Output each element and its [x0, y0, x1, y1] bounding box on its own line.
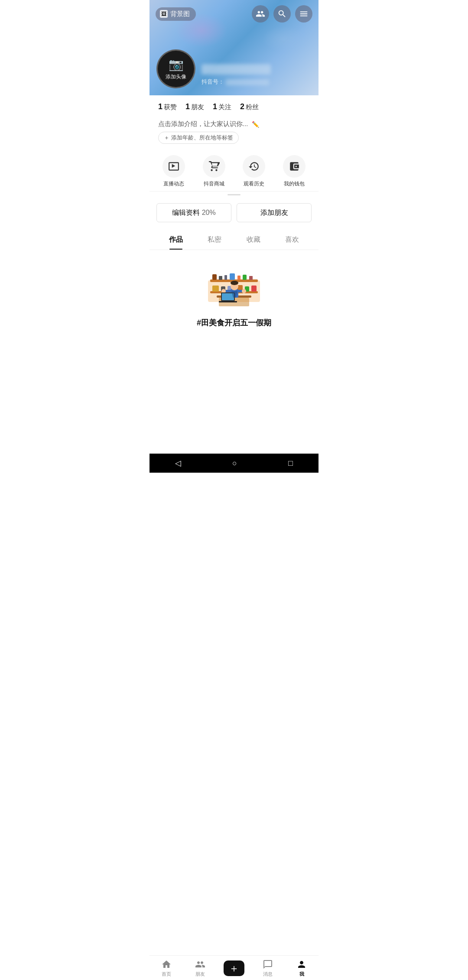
wallet-icon: [283, 155, 306, 178]
shop-icon: [203, 155, 225, 178]
edit-label: 编辑资料: [172, 208, 200, 217]
scroll-indicator: [150, 191, 318, 198]
edit-percent: 20%: [200, 209, 215, 217]
tab-private-label: 私密: [208, 236, 221, 243]
top-nav: 🖼 背景图: [150, 0, 318, 28]
stat-friends-label: 朋友: [191, 103, 204, 111]
history-action[interactable]: 观看历史: [239, 155, 269, 188]
content-tabs: 作品 私密 收藏 喜欢: [150, 229, 318, 250]
content-hashtag: #田美食开启五一假期: [197, 318, 271, 328]
stat-followers-num: 2: [240, 102, 244, 111]
illustration-svg: [208, 267, 260, 311]
stat-following-num: 1: [213, 102, 217, 111]
bio-text[interactable]: 点击添加介绍，让大家认识你... ✏️: [158, 120, 310, 128]
search-icon: [277, 9, 287, 19]
tab-liked[interactable]: 喜欢: [273, 229, 312, 250]
plus-icon: ＋: [164, 134, 169, 142]
tab-works[interactable]: 作品: [156, 229, 195, 250]
content-area: #田美食开启五一假期: [150, 250, 318, 380]
profile-id-value: [226, 79, 269, 85]
nav-icons: [252, 5, 312, 23]
stat-friends-num: 1: [185, 102, 190, 111]
tab-liked-label: 喜欢: [285, 236, 299, 243]
live-action[interactable]: 直播动态: [159, 155, 189, 188]
people-icon: [256, 9, 265, 19]
shop-action[interactable]: 抖音商城: [199, 155, 229, 188]
svg-rect-15: [251, 286, 257, 292]
action-buttons: 编辑资料 20% 添加朋友: [150, 198, 318, 229]
bio-section: 点击添加介绍，让大家认识你... ✏️ ＋ 添加年龄、所在地等标签: [150, 117, 318, 148]
tab-saved[interactable]: 收藏: [234, 229, 273, 250]
camera-icon: 📷: [169, 57, 184, 71]
stat-followers[interactable]: 2 粉丝: [240, 102, 259, 111]
wallet-action[interactable]: 我的钱包: [279, 155, 309, 188]
stat-friends[interactable]: 1 朋友: [185, 102, 204, 111]
friends-icon-btn[interactable]: [252, 5, 269, 23]
shop-label: 抖音商城: [204, 180, 224, 188]
stat-following-label: 关注: [218, 103, 231, 111]
live-icon: [162, 155, 185, 178]
svg-rect-8: [243, 275, 247, 280]
menu-icon-btn[interactable]: [295, 5, 312, 23]
content-illustration: [208, 267, 260, 311]
stat-likes-num: 1: [158, 102, 162, 111]
home-button[interactable]: ○: [232, 459, 237, 468]
scroll-dot: [228, 194, 240, 195]
edit-profile-button[interactable]: 编辑资料 20%: [156, 203, 231, 222]
stat-likes[interactable]: 1 获赞: [158, 102, 177, 111]
add-friend-button[interactable]: 添加朋友: [237, 203, 312, 222]
svg-rect-6: [230, 273, 235, 280]
history-label: 观看历史: [244, 180, 264, 188]
stat-following[interactable]: 1 关注: [213, 102, 231, 111]
svg-rect-4: [219, 276, 222, 280]
avatar[interactable]: 📷 添加头像: [156, 49, 195, 88]
svg-rect-9: [249, 276, 253, 280]
search-icon-btn[interactable]: [273, 5, 291, 23]
svg-rect-27: [219, 301, 237, 302]
svg-rect-10: [212, 286, 219, 292]
stats-bar: 1 获赞 1 朋友 1 关注 2 粉丝: [150, 95, 318, 117]
svg-rect-26: [222, 293, 234, 300]
image-icon: 🖼: [160, 10, 168, 18]
system-bar: ◁ ○ □: [150, 454, 318, 473]
stat-followers-label: 粉丝: [246, 103, 259, 111]
add-tags-button[interactable]: ＋ 添加年龄、所在地等标签: [158, 132, 239, 144]
avatar-label: 添加头像: [166, 73, 186, 81]
edit-icon: ✏️: [252, 121, 259, 128]
background-btn[interactable]: 🖼 背景图: [156, 7, 196, 21]
svg-rect-5: [224, 275, 227, 280]
stat-likes-label: 获赞: [164, 103, 177, 111]
background-label: 背景图: [170, 10, 190, 18]
profile-name: [202, 64, 271, 75]
profile-section: 📷 添加头像 抖音号：: [150, 49, 318, 95]
svg-rect-3: [212, 274, 217, 280]
menu-icon: [299, 9, 309, 19]
history-icon: [243, 155, 265, 178]
svg-rect-7: [237, 276, 240, 280]
profile-info: 抖音号：: [202, 64, 271, 88]
back-button[interactable]: ◁: [175, 458, 181, 468]
profile-id: 抖音号：: [202, 78, 271, 86]
bio-placeholder: 点击添加介绍，让大家认识你...: [158, 120, 248, 128]
recent-button[interactable]: □: [288, 459, 293, 468]
add-friend-label: 添加朋友: [260, 208, 288, 217]
tab-works-label: 作品: [169, 236, 183, 243]
banner: 🖼 背景图: [150, 0, 318, 95]
tags-label: 添加年龄、所在地等标签: [171, 134, 233, 142]
tab-saved-label: 收藏: [247, 236, 260, 243]
svg-point-24: [242, 289, 246, 293]
profile-id-prefix: 抖音号：: [202, 78, 224, 85]
svg-point-20: [231, 281, 238, 285]
live-label: 直播动态: [163, 180, 184, 188]
quick-actions: 直播动态 抖音商城 观看历史 我的钱包: [150, 148, 318, 191]
wallet-label: 我的钱包: [284, 180, 305, 188]
tab-private[interactable]: 私密: [195, 229, 234, 250]
